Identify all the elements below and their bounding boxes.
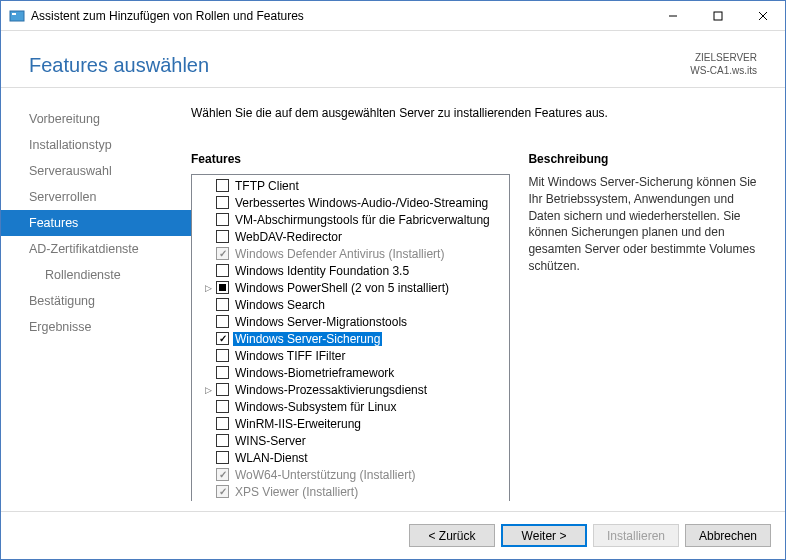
footer: < Zurück Weiter > Installieren Abbrechen <box>1 511 785 559</box>
page-title: Features auswählen <box>29 54 209 77</box>
columns: Features TFTP ClientVerbessertes Windows… <box>191 152 765 501</box>
feature-label[interactable]: Windows-Biometrieframework <box>233 366 396 380</box>
feature-checkbox[interactable] <box>216 315 229 328</box>
feature-label[interactable]: WoW64-Unterstützung (Installiert) <box>233 468 418 482</box>
feature-label[interactable]: WINS-Server <box>233 434 308 448</box>
target-server-value: WS-CA1.ws.its <box>690 64 757 77</box>
feature-label[interactable]: Windows Identity Foundation 3.5 <box>233 264 411 278</box>
titlebar: Assistent zum Hinzufügen von Rollen und … <box>1 1 785 31</box>
sidebar-item-serverrollen[interactable]: Serverrollen <box>1 184 191 210</box>
sidebar-item-ad-zertifikatdienste[interactable]: AD-Zertifikatdienste <box>1 236 191 262</box>
feature-checkbox[interactable] <box>216 332 229 345</box>
feature-checkbox[interactable] <box>216 264 229 277</box>
features-list[interactable]: TFTP ClientVerbessertes Windows-Audio-/V… <box>192 175 509 501</box>
feature-checkbox[interactable] <box>216 434 229 447</box>
features-listbox[interactable]: TFTP ClientVerbessertes Windows-Audio-/V… <box>191 174 510 501</box>
sidebar-item-ergebnisse[interactable]: Ergebnisse <box>1 314 191 340</box>
features-heading: Features <box>191 152 510 166</box>
feature-label[interactable]: WinRM-IIS-Erweiterung <box>233 417 363 431</box>
feature-checkbox <box>216 485 229 498</box>
sidebar-item-bestaetigung[interactable]: Bestätigung <box>1 288 191 314</box>
feature-row[interactable]: Windows Search <box>192 296 509 313</box>
feature-label[interactable]: WebDAV-Redirector <box>233 230 344 244</box>
feature-row[interactable]: WINS-Server <box>192 432 509 449</box>
feature-label[interactable]: Windows-Prozessaktivierungsdienst <box>233 383 429 397</box>
feature-checkbox[interactable] <box>216 366 229 379</box>
features-column: Features TFTP ClientVerbessertes Windows… <box>191 152 510 501</box>
feature-row[interactable]: TFTP Client <box>192 177 509 194</box>
feature-checkbox[interactable] <box>216 213 229 226</box>
description-text: Mit Windows Server-Sicherung können Sie … <box>528 174 765 275</box>
svg-rect-1 <box>12 13 16 15</box>
feature-checkbox[interactable] <box>216 179 229 192</box>
feature-row[interactable]: ▷Windows-Prozessaktivierungsdienst <box>192 381 509 398</box>
feature-row[interactable]: ▷Windows PowerShell (2 von 5 installiert… <box>192 279 509 296</box>
feature-label[interactable]: VM-Abschirmungstools für die Fabricverwa… <box>233 213 492 227</box>
feature-row[interactable]: Windows-Subsystem für Linux <box>192 398 509 415</box>
cancel-button[interactable]: Abbrechen <box>685 524 771 547</box>
feature-checkbox[interactable] <box>216 383 229 396</box>
feature-checkbox[interactable] <box>216 298 229 311</box>
svg-rect-3 <box>714 12 722 20</box>
feature-checkbox[interactable] <box>216 417 229 430</box>
feature-label[interactable]: Verbessertes Windows-Audio-/Video-Stream… <box>233 196 490 210</box>
back-button[interactable]: < Zurück <box>409 524 495 547</box>
body: VorbereitungInstallationstypServerauswah… <box>1 88 785 511</box>
feature-checkbox <box>216 468 229 481</box>
sidebar: VorbereitungInstallationstypServerauswah… <box>1 88 191 511</box>
next-button[interactable]: Weiter > <box>501 524 587 547</box>
feature-label[interactable]: Windows Defender Antivirus (Installiert) <box>233 247 446 261</box>
app-icon <box>9 8 25 24</box>
instruction-text: Wählen Sie die auf dem ausgewählten Serv… <box>191 106 765 120</box>
description-column: Beschreibung Mit Windows Server-Sicherun… <box>528 152 765 501</box>
minimize-button[interactable] <box>650 1 695 30</box>
feature-checkbox[interactable] <box>216 230 229 243</box>
sidebar-item-features[interactable]: Features <box>1 210 191 236</box>
window-title: Assistent zum Hinzufügen von Rollen und … <box>31 9 650 23</box>
feature-row[interactable]: XPS Viewer (Installiert) <box>192 483 509 500</box>
feature-row[interactable]: Windows Identity Foundation 3.5 <box>192 262 509 279</box>
sidebar-item-rollendienste[interactable]: Rollendienste <box>1 262 191 288</box>
feature-row[interactable]: WinRM-IIS-Erweiterung <box>192 415 509 432</box>
feature-label[interactable]: Windows Server-Migrationstools <box>233 315 409 329</box>
feature-row[interactable]: Windows Server-Sicherung <box>192 330 509 347</box>
feature-label[interactable]: Windows TIFF IFilter <box>233 349 347 363</box>
feature-row[interactable]: Windows Server-Migrationstools <box>192 313 509 330</box>
feature-row[interactable]: WoW64-Unterstützung (Installiert) <box>192 466 509 483</box>
sidebar-item-installationstyp[interactable]: Installationstyp <box>1 132 191 158</box>
wizard-window: Assistent zum Hinzufügen von Rollen und … <box>0 0 786 560</box>
close-button[interactable] <box>740 1 785 30</box>
svg-rect-0 <box>10 11 24 21</box>
feature-row[interactable]: Verbessertes Windows-Audio-/Video-Stream… <box>192 194 509 211</box>
target-server: ZIELSERVER WS-CA1.ws.its <box>690 51 757 77</box>
sidebar-item-serverauswahl[interactable]: Serverauswahl <box>1 158 191 184</box>
feature-label[interactable]: TFTP Client <box>233 179 301 193</box>
expand-icon[interactable]: ▷ <box>202 283 214 293</box>
feature-checkbox[interactable] <box>216 196 229 209</box>
feature-row[interactable]: WLAN-Dienst <box>192 449 509 466</box>
feature-row[interactable]: VM-Abschirmungstools für die Fabricverwa… <box>192 211 509 228</box>
feature-row[interactable]: Windows-Biometrieframework <box>192 364 509 381</box>
feature-label[interactable]: XPS Viewer (Installiert) <box>233 485 360 499</box>
feature-row[interactable]: Windows TIFF IFilter <box>192 347 509 364</box>
sidebar-item-vorbereitung[interactable]: Vorbereitung <box>1 106 191 132</box>
feature-checkbox[interactable] <box>216 451 229 464</box>
feature-label[interactable]: Windows-Subsystem für Linux <box>233 400 398 414</box>
feature-label[interactable]: Windows Search <box>233 298 327 312</box>
install-button: Installieren <box>593 524 679 547</box>
feature-checkbox[interactable] <box>216 400 229 413</box>
feature-checkbox[interactable] <box>216 349 229 362</box>
maximize-button[interactable] <box>695 1 740 30</box>
expand-icon[interactable]: ▷ <box>202 385 214 395</box>
main-content: Wählen Sie die auf dem ausgewählten Serv… <box>191 88 785 511</box>
description-heading: Beschreibung <box>528 152 765 166</box>
feature-label[interactable]: Windows PowerShell (2 von 5 installiert) <box>233 281 451 295</box>
header: Features auswählen ZIELSERVER WS-CA1.ws.… <box>1 31 785 88</box>
feature-label[interactable]: Windows Server-Sicherung <box>233 332 382 346</box>
target-server-label: ZIELSERVER <box>690 51 757 64</box>
feature-row[interactable]: Windows Defender Antivirus (Installiert) <box>192 245 509 262</box>
feature-checkbox[interactable] <box>216 281 229 294</box>
feature-checkbox <box>216 247 229 260</box>
feature-row[interactable]: WebDAV-Redirector <box>192 228 509 245</box>
feature-label[interactable]: WLAN-Dienst <box>233 451 310 465</box>
